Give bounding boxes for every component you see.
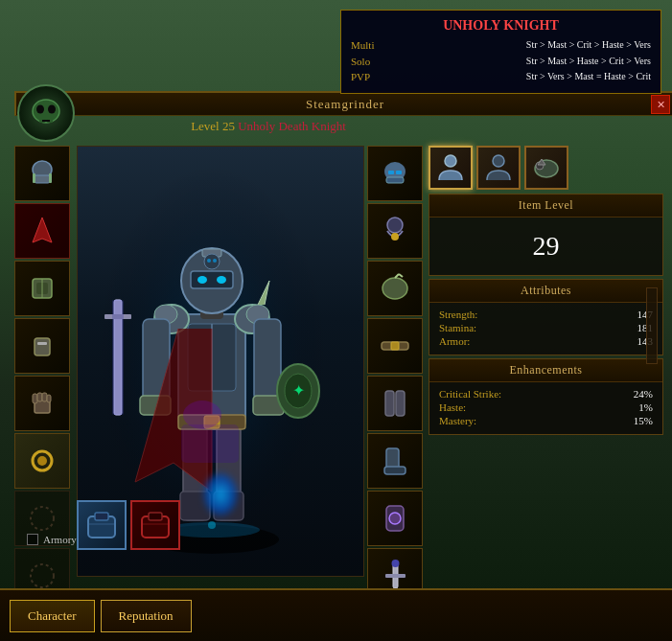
- svg-rect-14: [37, 342, 47, 345]
- svg-text:✦: ✦: [292, 382, 305, 399]
- svg-rect-64: [388, 171, 394, 174]
- slot-chest[interactable]: [14, 261, 70, 316]
- svg-rect-9: [49, 173, 52, 183]
- svg-point-49: [213, 259, 217, 263]
- bag-slot-1[interactable]: [77, 500, 127, 550]
- slot-cloak[interactable]: [14, 203, 70, 259]
- tooltip-multi-row: Multi Str > Mast > Crit > Haste > Vers: [351, 37, 651, 54]
- tooltip-multi-value: Str > Mast > Crit > Haste > Vers: [526, 37, 651, 54]
- class-tooltip: UNHOLY KNIGHT Multi Str > Mast > Crit > …: [340, 10, 661, 94]
- tooltip-pvp-value: Str > Vers > Mast = Haste > Crit: [526, 69, 651, 85]
- svg-rect-8: [33, 173, 35, 183]
- svg-point-44: [197, 276, 207, 284]
- tooltip-solo-row: Solo Str > Mast > Haste > Crit > Vers: [351, 54, 651, 70]
- svg-rect-91: [149, 513, 162, 520]
- svg-point-78: [389, 513, 401, 524]
- svg-line-69: [395, 274, 399, 278]
- scroll-bar[interactable]: [646, 287, 658, 364]
- stats-panel: Item Level 29 Attributes Strength: 147 S…: [429, 146, 663, 438]
- svg-rect-73: [385, 391, 394, 416]
- svg-rect-65: [396, 171, 402, 174]
- slot-ring1[interactable]: [14, 433, 70, 489]
- svg-rect-43: [191, 271, 233, 288]
- icon-btn-inspect[interactable]: [476, 146, 521, 190]
- mastery-value: 15%: [634, 415, 653, 426]
- stamina-label: Stamina:: [439, 322, 476, 333]
- crit-row: Critical Strike: 24%: [439, 388, 653, 400]
- bag-slot-2[interactable]: [130, 500, 180, 550]
- svg-point-45: [217, 276, 226, 284]
- svg-rect-88: [95, 513, 108, 520]
- tab-character[interactable]: Character: [10, 600, 95, 632]
- strength-label: Strength:: [439, 309, 477, 320]
- svg-rect-19: [47, 395, 51, 402]
- slot-helmet[interactable]: [367, 146, 423, 201]
- top-icon-buttons: [429, 146, 663, 190]
- svg-point-59: [208, 521, 216, 529]
- svg-rect-7: [35, 175, 50, 183]
- close-button[interactable]: ✕: [651, 95, 670, 114]
- svg-line-70: [399, 274, 403, 277]
- window-title-bar: Steamgrinder ✕: [14, 91, 672, 116]
- mastery-row: Mastery: 15%: [439, 415, 653, 426]
- bag-area: [77, 500, 180, 550]
- attributes-body: Strength: 147 Stamina: 181 Armor: 143: [429, 303, 662, 355]
- svg-point-22: [31, 507, 54, 530]
- svg-rect-17: [37, 393, 42, 401]
- level-class-line: Level 25 Unholy Death Knight: [77, 119, 460, 134]
- item-level-value: 29: [439, 223, 653, 269]
- svg-rect-52: [112, 300, 124, 415]
- svg-point-23: [31, 564, 54, 587]
- armor-label: Armor:: [439, 335, 470, 347]
- svg-point-83: [493, 155, 504, 167]
- enhancements-header: Enhancements: [429, 359, 662, 382]
- icon-btn-character[interactable]: [429, 146, 473, 190]
- icon-btn-mounts[interactable]: [524, 146, 568, 190]
- svg-rect-18: [42, 393, 47, 401]
- haste-label: Haste:: [439, 401, 466, 413]
- haste-row: Haste: 1%: [439, 401, 653, 413]
- svg-rect-74: [396, 391, 405, 416]
- svg-rect-72: [391, 342, 399, 350]
- svg-point-48: [207, 259, 211, 263]
- svg-rect-13: [35, 338, 50, 355]
- tooltip-solo-label: Solo: [351, 54, 370, 70]
- svg-point-2: [48, 105, 56, 114]
- tab-reputation[interactable]: Reputation: [101, 600, 192, 632]
- slot-belt[interactable]: [367, 318, 423, 374]
- svg-point-0: [33, 100, 59, 123]
- attributes-section: Attributes Strength: 147 Stamina: 181 Ar…: [429, 279, 663, 355]
- svg-point-1: [36, 105, 44, 114]
- right-equipment-slots: [367, 146, 427, 604]
- armory-label: Armory: [43, 534, 77, 545]
- slot-legs[interactable]: [367, 376, 423, 431]
- skull-logo-icon: [17, 84, 75, 142]
- armor-row: Armor: 143: [439, 335, 653, 347]
- mastery-label: Mastery:: [439, 415, 476, 426]
- svg-rect-16: [33, 394, 37, 403]
- svg-rect-76: [384, 467, 406, 474]
- svg-rect-5: [42, 120, 50, 122]
- armory-checkbox[interactable]: [27, 534, 38, 545]
- item-level-body: 29: [429, 217, 662, 275]
- svg-point-21: [37, 456, 47, 466]
- svg-rect-80: [385, 574, 406, 578]
- svg-rect-63: [386, 177, 404, 183]
- slot-shoulder[interactable]: [367, 261, 423, 316]
- svg-point-66: [387, 217, 403, 233]
- slot-boots[interactable]: [367, 433, 423, 489]
- tooltip-title: UNHOLY KNIGHT: [351, 18, 651, 34]
- bottom-navigation: Character Reputation: [0, 588, 672, 641]
- attributes-header: Attributes: [429, 280, 662, 303]
- slot-neck[interactable]: [367, 203, 423, 259]
- window-title: Steamgrinder: [306, 97, 384, 112]
- strength-row: Strength: 147: [439, 309, 653, 320]
- slot-bracer[interactable]: [14, 318, 70, 374]
- slot-head[interactable]: [14, 146, 70, 201]
- svg-point-81: [392, 560, 400, 567]
- slot-trinket2[interactable]: [367, 491, 423, 546]
- class-text: Unholy Death Knight: [238, 119, 346, 133]
- slot-gloves[interactable]: [14, 376, 70, 431]
- enhancements-body: Critical Strike: 24% Haste: 1% Mastery: …: [429, 382, 662, 434]
- level-text: Level 25: [191, 119, 235, 133]
